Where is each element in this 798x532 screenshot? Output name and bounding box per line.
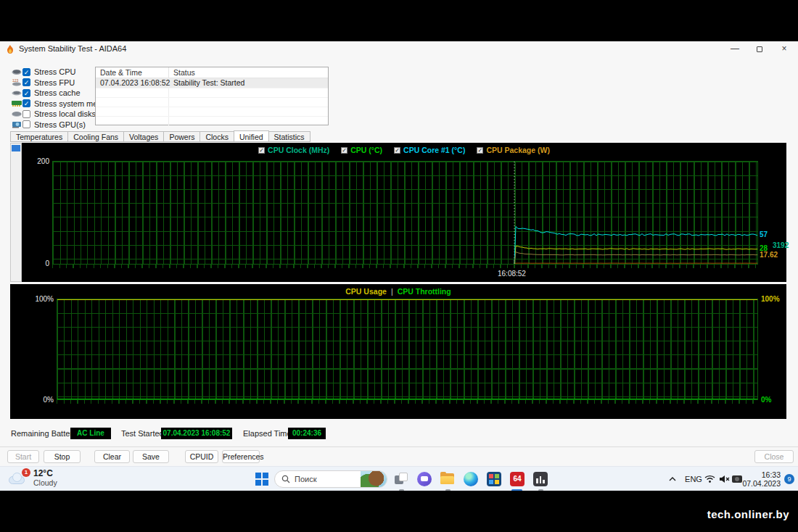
wifi-icon[interactable]	[702, 467, 717, 491]
aida64-taskbar-icon[interactable]: 64	[510, 472, 525, 486]
cloud-icon: 1	[7, 470, 29, 486]
tab-voltages[interactable]: Voltages	[123, 131, 164, 142]
usage-x-axis-ticks	[57, 400, 758, 404]
maximize-button[interactable]	[747, 41, 772, 57]
battery-label: Remaining Battery:	[11, 429, 79, 438]
task-view-icon[interactable]	[394, 472, 408, 486]
weather-condition: Cloudy	[33, 478, 57, 487]
table-row-empty	[96, 88, 328, 97]
table-row-empty	[96, 107, 328, 116]
stop-button[interactable]: Stop	[44, 450, 81, 463]
usage-left-max-label: 100%	[32, 295, 54, 303]
table-row[interactable]: 07.04.2023 16:08:52 Stability Test: Star…	[96, 78, 328, 88]
windows-taskbar: 1 12°C Cloudy Поиск 64	[0, 466, 798, 491]
clear-button[interactable]: Clear	[94, 450, 130, 463]
unified-chart-panel: ✓ CPU Clock (MHz) ✓ CPU (°C) ✓ CPU Core …	[10, 143, 786, 282]
titlebar: System Stability Test - AIDA64 — ×	[0, 41, 798, 57]
value-label-cpu-core1: 57	[760, 230, 768, 238]
column-date-time[interactable]: Date & Time	[96, 67, 169, 78]
svg-text:123: 123	[12, 78, 19, 83]
chart-scrollbar[interactable]	[10, 143, 22, 282]
edge-icon[interactable]	[464, 472, 478, 486]
cpu-usage-title: CPU Usage	[345, 287, 387, 296]
tab-clocks[interactable]: Clocks	[200, 131, 234, 142]
usage-right-min-label: 0%	[761, 396, 771, 404]
tab-statistics[interactable]: Statistics	[268, 131, 310, 142]
file-explorer-icon[interactable]	[440, 472, 455, 486]
tab-cooling-fans[interactable]: Cooling Fans	[67, 131, 124, 142]
language-indicator[interactable]: ENG	[683, 467, 704, 491]
weather-temp: 12°C	[33, 469, 57, 478]
clock-widget[interactable]: 16:33 07.04.2023	[746, 467, 781, 491]
preferences-button[interactable]: Preferences	[222, 450, 260, 463]
search-highlight-image[interactable]	[361, 470, 387, 488]
start-button-windows[interactable]	[255, 472, 269, 486]
legend-item: ✓ CPU Package (W)	[477, 146, 550, 154]
microsoft-store-icon[interactable]	[487, 472, 501, 486]
usage-chart-title: CPU Usage|CPU Throttling	[10, 287, 786, 296]
legend-item: ✓ CPU Core #1 (°C)	[394, 146, 465, 154]
weather-badge: 1	[22, 468, 30, 477]
scrollbar-thumb[interactable]	[12, 145, 20, 151]
tab-unified[interactable]: Unified	[234, 130, 269, 142]
search-box[interactable]: Поиск	[274, 470, 387, 488]
usage-left-min-label: 0%	[32, 396, 54, 404]
memory-icon	[10, 99, 22, 108]
letterbox-top	[0, 0, 798, 41]
value-label-cpu-clock: 3192	[773, 241, 789, 249]
mixer-app-icon[interactable]	[533, 472, 548, 486]
unified-plot	[52, 161, 758, 265]
window-title: System Stability Test - AIDA64	[19, 44, 126, 53]
start-button[interactable]: Start	[7, 450, 39, 463]
tray-chevron-icon[interactable]	[665, 467, 680, 491]
legend-checkbox-icon[interactable]: ✓	[477, 147, 483, 154]
legend-checkbox-icon[interactable]: ✓	[258, 147, 265, 154]
letterbox-bottom: tech.onliner.by	[0, 491, 798, 532]
test-started-label: Test Started:	[121, 429, 166, 438]
cpu-icon	[10, 67, 22, 76]
aida64-stability-window: System Stability Test - AIDA64 — × ✓ Str…	[0, 41, 798, 466]
table-row-empty	[96, 97, 328, 107]
unified-chart-area: ✓ CPU Clock (MHz) ✓ CPU (°C) ✓ CPU Core …	[22, 143, 786, 282]
checkbox-unchecked[interactable]: ✓	[22, 110, 30, 118]
notification-badge[interactable]: 9	[782, 467, 797, 491]
checkbox-unchecked[interactable]: ✓	[22, 120, 30, 128]
table-row-empty	[96, 116, 328, 125]
column-status[interactable]: Status	[169, 67, 328, 78]
elapsed-time-value: 00:24:36	[288, 428, 326, 439]
tab-temperatures[interactable]: Temperatures	[10, 131, 68, 142]
y-axis-max-label: 200	[30, 157, 49, 165]
event-log-table: Date & Time Status 07.04.2023 16:08:52 S…	[95, 67, 329, 125]
checkbox-checked[interactable]: ✓	[22, 99, 30, 107]
screenshot-stage: System Stability Test - AIDA64 — × ✓ Str…	[0, 0, 798, 532]
tray-time: 16:33	[762, 470, 781, 479]
legend-checkbox-icon[interactable]: ✓	[394, 147, 400, 154]
usage-right-max-label: 100%	[761, 295, 780, 303]
table-header: Date & Time Status	[96, 67, 328, 78]
value-label-cpu-package: 17.62	[760, 251, 778, 259]
windows-logo-icon	[255, 472, 269, 486]
x-axis-time-label: 16:08:52	[498, 270, 526, 278]
elapsed-time-label: Elapsed Time:	[243, 429, 294, 438]
weather-widget[interactable]: 1 12°C Cloudy	[7, 469, 57, 487]
chart-legend: ✓ CPU Clock (MHz) ✓ CPU (°C) ✓ CPU Core …	[22, 146, 786, 154]
usage-plot	[57, 299, 758, 400]
close-button[interactable]: Close	[754, 450, 794, 463]
legend-checkbox-icon[interactable]: ✓	[341, 147, 347, 154]
minimize-button[interactable]: —	[723, 41, 747, 57]
checkbox-checked[interactable]: ✓	[22, 68, 30, 76]
watermark-text: tech.onliner.by	[707, 508, 789, 520]
checkbox-checked[interactable]: ✓	[22, 89, 30, 97]
aida64-flame-icon	[6, 44, 15, 57]
chat-icon[interactable]	[417, 472, 432, 486]
checkbox-checked[interactable]: ✓	[22, 78, 30, 86]
cpu-throttling-title: CPU Throttling	[398, 287, 451, 296]
cpuid-button[interactable]: CPUID	[185, 450, 218, 463]
search-icon	[281, 475, 290, 483]
search-placeholder: Поиск	[295, 475, 361, 483]
gpu-icon	[10, 120, 22, 129]
close-window-button[interactable]: ×	[772, 41, 797, 57]
save-button[interactable]: Save	[133, 450, 169, 463]
tab-powers[interactable]: Powers	[163, 131, 200, 142]
graph-tabs: Temperatures Cooling Fans Voltages Power…	[10, 131, 310, 143]
